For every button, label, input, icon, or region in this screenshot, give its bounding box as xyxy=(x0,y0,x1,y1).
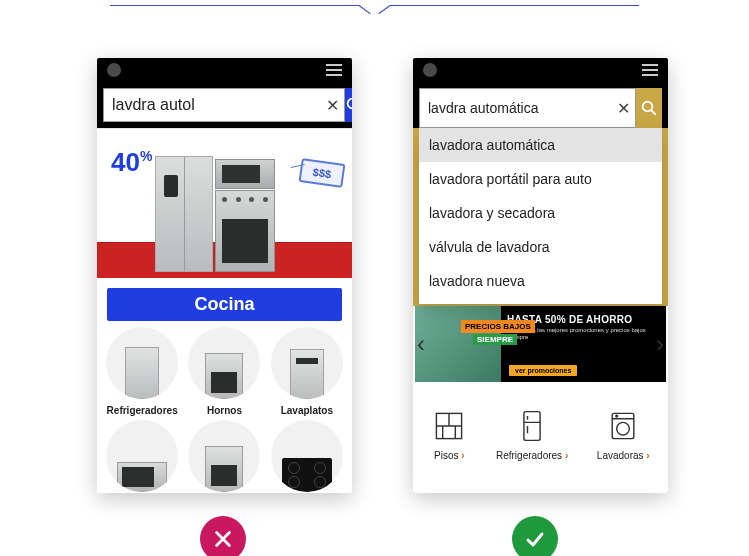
tile-label: Lavaplatos xyxy=(281,405,333,416)
hamburger-icon[interactable] xyxy=(642,64,658,76)
category-cocina-button[interactable]: Cocina xyxy=(107,288,342,321)
search-button[interactable] xyxy=(345,88,352,122)
svg-point-16 xyxy=(616,415,618,417)
category-label: Refrigeradores xyxy=(496,450,568,461)
carousel-prev-icon[interactable]: ‹ xyxy=(413,330,429,358)
clear-icon[interactable]: ✕ xyxy=(611,99,635,118)
banner-cta-button[interactable]: ver promociones xyxy=(509,365,577,376)
verdict-good-icon xyxy=(512,516,558,556)
category-lavadoras[interactable]: Lavadoras xyxy=(597,408,650,461)
phone-bad-example: ✕ 40% $$$ Cocina xyxy=(97,58,352,493)
promo-banner[interactable]: ‹ PRECIOS BAJOS SIEMPRE HASTA 50% DE AHO… xyxy=(415,306,666,382)
price-tag-icon: $$$ xyxy=(299,158,346,188)
fridge-icon xyxy=(514,408,550,444)
hero-banner: 40% $$$ xyxy=(97,128,352,278)
phone-body: lavadora automática lavadora portátil pa… xyxy=(413,128,668,493)
tile-extra-3[interactable] xyxy=(268,420,346,492)
suggestion-item[interactable]: lavadora automática xyxy=(419,128,662,162)
category-pisos[interactable]: Pisos xyxy=(431,408,467,461)
search-button[interactable] xyxy=(636,88,662,128)
phone-topbar xyxy=(413,58,668,82)
appliances-illustration xyxy=(155,156,275,272)
tile-hornos[interactable]: Hornos xyxy=(185,327,263,416)
suggestion-item[interactable]: lavadora nueva xyxy=(419,264,662,298)
search-wrap: ✕ xyxy=(419,88,636,128)
svg-point-15 xyxy=(617,422,630,435)
clear-icon[interactable]: ✕ xyxy=(320,96,344,115)
washer-icon xyxy=(605,408,641,444)
category-refrigeradores[interactable]: Refrigeradores xyxy=(496,408,568,461)
svg-rect-9 xyxy=(524,412,540,441)
svg-line-3 xyxy=(651,110,656,115)
category-label: Lavadoras xyxy=(597,450,650,461)
search-icon xyxy=(345,96,352,114)
search-input[interactable] xyxy=(420,100,611,116)
camera-dot xyxy=(107,63,121,77)
hamburger-icon[interactable] xyxy=(326,64,342,76)
phone-good-example: ✕ lavadora automática lavadora portátil … xyxy=(413,58,668,493)
tile-label: Refrigeradores xyxy=(107,405,178,416)
verdict-bad-icon xyxy=(200,516,246,556)
carousel-next-icon[interactable]: › xyxy=(652,330,668,358)
suggestion-item[interactable]: válvula de lavadora xyxy=(419,230,662,264)
camera-dot xyxy=(423,63,437,77)
svg-point-2 xyxy=(642,102,652,112)
search-input[interactable] xyxy=(104,96,320,114)
category-grid: Refrigeradores Hornos Lavaplatos xyxy=(97,327,352,492)
tile-extra-1[interactable] xyxy=(103,420,181,492)
suggestion-item[interactable]: lavadora y secadora xyxy=(419,196,662,230)
tile-lavaplatos[interactable]: Lavaplatos xyxy=(268,327,346,416)
suggestion-item[interactable]: lavadora portátil para auto xyxy=(419,162,662,196)
search-icon xyxy=(640,99,658,117)
category-row: Pisos Refrigeradores Lavadoras xyxy=(413,408,668,461)
floor-icon xyxy=(431,408,467,444)
tile-extra-2[interactable] xyxy=(185,420,263,492)
top-bracket xyxy=(110,5,639,27)
category-label: Pisos xyxy=(434,450,465,461)
svg-point-0 xyxy=(348,99,352,109)
search-row: ✕ xyxy=(97,82,352,128)
stage: ✕ 40% $$$ Cocina xyxy=(0,0,749,556)
page-under-dropdown: ‹ PRECIOS BAJOS SIEMPRE HASTA 50% DE AHO… xyxy=(413,306,668,493)
tile-refrigeradores[interactable]: Refrigeradores xyxy=(103,327,181,416)
search-wrap: ✕ xyxy=(103,88,345,122)
phone-topbar xyxy=(97,58,352,82)
search-row: ✕ xyxy=(413,82,668,128)
autocomplete-dropdown: lavadora automática lavadora portátil pa… xyxy=(419,128,662,304)
discount-text: 40% xyxy=(111,147,152,178)
banner-ribbon-1: PRECIOS BAJOS xyxy=(461,320,535,333)
tile-label: Hornos xyxy=(207,405,242,416)
banner-ribbon-2: SIEMPRE xyxy=(473,334,517,345)
